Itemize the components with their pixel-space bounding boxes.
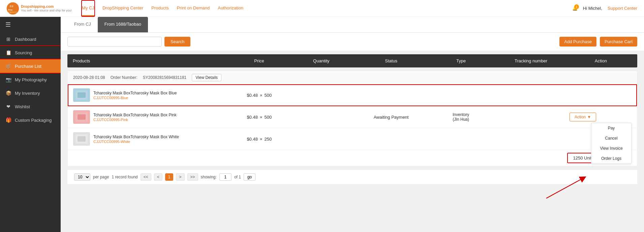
tab-from-cj[interactable]: From CJ [67, 17, 98, 32]
th-price: Price [228, 58, 290, 63]
nav-authorization[interactable]: Authorization [218, 1, 243, 16]
quantity-value-white: 250 [265, 137, 272, 142]
notification-badge: 1 [574, 4, 579, 9]
inventory-icon: 📦 [5, 90, 11, 96]
price-qty-pink: $0.48 × 500 [228, 115, 290, 120]
sidebar-label-purchase-list: Purchase List [15, 64, 41, 69]
price-value-white: $0.48 [247, 137, 258, 142]
dropdown-order-logs[interactable]: Order Logs [591, 153, 631, 164]
price-value-pink: $0.48 [247, 115, 258, 120]
purchase-list-icon: 🛒 [5, 63, 11, 69]
main-nav: My CJ DropShipping Center Products Print… [82, 1, 572, 16]
svg-rect-5 [78, 92, 86, 98]
sidebar-item-inventory[interactable]: 📦 My Inventory [0, 86, 61, 100]
nav-print-on-demand[interactable]: Print on Demand [177, 1, 210, 16]
dropdown-pay[interactable]: Pay [591, 123, 631, 133]
product-name-pink: Tcharosky Mask BoxTcharosky Mask Box Pin… [93, 112, 177, 118]
product-sku-blue: CJJJTCC00995-Blue [93, 96, 177, 100]
purchase-cart-button[interactable]: Purchase Cart [600, 37, 637, 47]
view-details-button[interactable]: View Details [192, 74, 221, 81]
product-name-blue: Tcharosky Mask BoxTcharosky Mask Box Blu… [93, 90, 177, 96]
main-layout: ☰ ⊞ Dashboard 📋 Sourcing 🛒 Purchase List… [0, 17, 644, 232]
sidebar-label-photography: My Photography [15, 77, 47, 82]
svg-text:shipping.com: shipping.com [8, 11, 17, 13]
page-number-input[interactable] [219, 173, 232, 181]
nav-products[interactable]: Products [151, 1, 168, 16]
page-first-button[interactable]: << [141, 173, 151, 181]
action-button[interactable]: Action ▼ [570, 113, 596, 121]
sidebar-item-dashboard[interactable]: ⊞ Dashboard [0, 32, 61, 46]
table-row: Tcharosky Mask BoxTcharosky Mask Box Whi… [68, 128, 637, 150]
price-pink: $0.48 × 500 [228, 115, 290, 120]
record-count: 1 record found [112, 175, 137, 179]
pagination-bar: 10 per page 1 record found << < 1 > >> s… [67, 170, 637, 184]
search-bar: Search Add Purchase Purchase Cart [61, 33, 644, 51]
price-qty-blue: $0.48 × 500 [228, 93, 290, 98]
support-center-link[interactable]: Support Center [608, 6, 637, 11]
dropdown-arrow-icon: ▼ [587, 115, 591, 119]
order-block: 2020-08-28 01:08 Order Number: SY2008281… [67, 71, 637, 166]
sidebar-item-photography[interactable]: 📷 My Photography [0, 73, 61, 86]
logo-main-text: Dropshipping.com [21, 4, 72, 9]
product-sku-white: CJJJTCC00995-White [93, 140, 179, 144]
order-date: 2020-08-28 01:08 [73, 75, 105, 80]
search-left-section: Search [67, 37, 190, 47]
per-page-select[interactable]: 10 [74, 173, 90, 181]
svg-text:Drop: Drop [8, 9, 12, 11]
table-row: Tcharosky Mask BoxTcharosky Mask Box Blu… [68, 84, 637, 106]
product-name-white: Tcharosky Mask BoxTcharosky Mask Box Whi… [93, 134, 179, 140]
nav-my-cj[interactable]: My CJ [82, 1, 94, 16]
tab-from-1688[interactable]: From 1688/Taobao [98, 17, 148, 32]
page-next-button[interactable]: > [176, 173, 184, 181]
of-label: of 1 [234, 175, 241, 179]
search-button[interactable]: Search [164, 37, 190, 47]
svg-rect-9 [78, 136, 86, 142]
page-current-button[interactable]: 1 [165, 173, 174, 181]
dropdown-view-invoice[interactable]: View Invoice [591, 143, 631, 153]
search-right-section: Add Purchase Purchase Cart [559, 37, 637, 47]
add-purchase-button[interactable]: Add Purchase [559, 37, 596, 47]
order-meta: 2020-08-28 01:08 Order Number: SY2008281… [68, 71, 637, 84]
product-cell-blue: Tcharosky Mask BoxTcharosky Mask Box Blu… [73, 88, 228, 102]
sidebar-item-sourcing[interactable]: 📋 Sourcing [0, 46, 61, 59]
product-thumbnail-blue [73, 88, 90, 102]
sidebar-item-wishlist[interactable]: ❤ Wishlist [0, 100, 61, 113]
showing-label: showing: [201, 175, 217, 179]
sidebar-label-dashboard: Dashboard [15, 37, 36, 42]
svg-text:CJ: CJ [10, 5, 13, 8]
go-button[interactable]: go [244, 173, 255, 181]
th-type: Type [430, 58, 492, 63]
search-input[interactable] [67, 37, 162, 47]
notification-bell[interactable]: 🔔 1 [572, 6, 578, 11]
type-pink: Inventory(Jin Hua) [430, 112, 492, 122]
action-col-pink: Action ▼ Pay Cancel View Invoice Order L… [570, 113, 632, 121]
multiply-blue: × [260, 93, 263, 98]
custom-packaging-icon: 🎁 [5, 117, 11, 123]
logo-tagline: You sell - We source and ship for you! [21, 9, 72, 12]
th-status: Status [352, 58, 430, 63]
price-qty-white: $0.48 × 250 [228, 137, 290, 142]
sidebar-label-sourcing: Sourcing [15, 50, 32, 55]
logo-icon: CJ Drop shipping.com [7, 2, 19, 14]
sidebar-item-custom-packaging[interactable]: 🎁 Custom Packaging [0, 113, 61, 127]
hamburger-menu[interactable]: ☰ [0, 17, 61, 32]
sidebar-item-purchase-list[interactable]: 🛒 Purchase List [0, 59, 61, 73]
nav-dropshipping-center[interactable]: DropShipping Center [102, 1, 143, 16]
table-row: Tcharosky Mask BoxTcharosky Mask Box Pin… [68, 106, 637, 128]
table-header: Products Price Quantity Status Type Trac… [67, 54, 637, 67]
dashboard-icon: ⊞ [5, 36, 11, 42]
product-sku-pink: CJJJTCC00995-Pink [93, 118, 177, 122]
sidebar: ☰ ⊞ Dashboard 📋 Sourcing 🛒 Purchase List… [0, 17, 61, 232]
page-prev-button[interactable]: < [154, 173, 162, 181]
main-content: From CJ From 1688/Taobao Search Add Purc… [61, 17, 644, 232]
sidebar-label-custom-packaging: Custom Packaging [15, 118, 52, 123]
quantity-value-blue: 500 [265, 93, 272, 98]
product-cell-white: Tcharosky Mask BoxTcharosky Mask Box Whi… [73, 132, 228, 146]
dropdown-cancel[interactable]: Cancel [591, 133, 631, 143]
th-products: Products [73, 58, 228, 63]
product-thumbnail-pink [73, 110, 90, 124]
logo[interactable]: CJ Drop shipping.com Dropshipping.com Yo… [7, 2, 72, 14]
wishlist-icon: ❤ [5, 104, 11, 109]
svg-rect-7 [78, 114, 86, 120]
page-last-button[interactable]: >> [187, 173, 198, 181]
